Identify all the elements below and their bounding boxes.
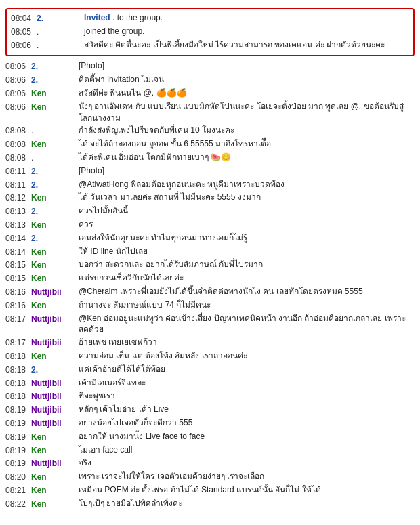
chat-row: 08:06 . สวัสดีค่ะ คิตตี้นะคะ เป็นพี่เลี้… [11,39,409,51]
sender: 2. [31,74,79,86]
message: หลักๆ เค้าไม่อ่าย เค้า Live [79,404,415,415]
message: ควร [79,219,415,230]
time: 08:13 [5,205,31,217]
chat-row: 08:19Kenอยากให้ นางมาน่ัง Live face to f… [5,431,415,443]
message: ได้ จะได้ถ้าลองก่อน ถูจอด ขั้น 6 55555 ม… [79,138,415,150]
sender: Ken [31,259,79,271]
sender: 2. [31,179,79,191]
message: คิตตี้พา invitation ไม่เจน [79,74,415,85]
time: 08:19 [5,431,31,443]
sender: Ken [31,272,79,285]
chat-row: 08:22Kenโปๆเป้ๆ ยายมือไปพิศลำเพ็งค่ะ [5,498,415,510]
sender: Nuttjibii [31,313,79,325]
message: แค่เค้าอ้ายดีได้ไต้ใต้ท้อย [79,364,415,375]
message: [Photo] [79,60,415,72]
chat-row: 08:112.[Photo] [5,165,415,177]
time: 08:15 [5,272,31,285]
time: 08:17 [5,337,31,349]
sender: Nuttjibii [31,337,79,349]
message: joined the group. [84,26,409,37]
sender: Nuttjibii [31,417,79,429]
time: 08:19 [5,417,31,429]
time: 08:11 [5,179,31,191]
time: 08:19 [5,457,31,469]
chat-container: 08:04 2. Invited . to the group. 08:05 .… [5,8,415,509]
time: 08:18 [5,350,31,362]
sender: Ken [31,246,79,258]
sender: Ken [31,138,79,150]
message: @Ken อ่อมอยู่นะแม่ทูว่า ค่อนข้างเสี่ยง ป… [79,313,415,336]
chat-row: 08:18Nuttjibiiเค้ามีเอเนอร์จีแทละ [5,377,415,390]
message: ถ้านางจะ สัมภาษณ์แบบ 74 ก็ไม่มีคนะ [79,299,415,311]
sender: Nuttjibii [31,286,79,298]
chat-row: 08:16Kenถ้านางจะ สัมภาษณ์แบบ 74 ก็ไม่มีค… [5,299,415,312]
chat-row: 08:19Nuttjibiiหลักๆ เค้าไม่อ่าย เค้า Liv… [5,404,415,416]
sender: 2. [31,232,79,245]
chat-row: 08:06Kenนั่งๆ อ่านอัพเดท กับ แบบเรียน แบ… [5,101,415,124]
message: ได้ วันเวลา มาเลยค่ะ สถานที่ ไม่มีนะคะ 5… [79,192,415,203]
sender: Nuttjibii [31,404,79,416]
sender: Ken [31,219,79,231]
chat-row: 08:20Kenเพราะ เราจะไม่ให้ใคร เจอตัวเอมด้… [5,471,415,483]
time: 08:22 [5,498,31,510]
message: นั่งๆ อ่านอัพเดท กับ แบบเรียน แบบมิกหัดโ… [79,101,415,124]
time: 08:14 [5,246,31,258]
chat-row: 08:15Kenบอกว่า สะดวกนละ อยากได้รับสัมภาษ… [5,259,415,271]
message: Invited . to the group. [84,12,409,24]
message: สวัสดีค่ะ คิตตี้นะคะ เป็นพี่เลี้ยงมือใหม… [84,39,409,51]
time: 08:17 [5,313,31,325]
time: 08:13 [5,219,31,231]
sender: . [37,39,84,51]
message: ได้ค่ะพี่เคน อิ่มอ่อน โตกมีฟักทายเบาๆ 🍉😊 [79,152,415,163]
chat-row: 08:13Kenควร [5,219,415,231]
sender: Ken [31,431,79,443]
sender: Nuttjibii [31,377,79,390]
message: เค้ามีเอเนอร์จีแทละ [79,377,415,389]
time: 08:19 [5,404,31,416]
time: 08:18 [5,377,31,390]
time: 08:15 [5,259,31,271]
time: 08:08 [5,152,31,164]
message: จริง [79,457,415,469]
sender: 2. [31,364,79,376]
time: 08:16 [5,299,31,312]
sender: 2. [31,60,79,72]
highlighted-section: 08:04 2. Invited . to the group. 08:05 .… [5,8,415,56]
chat-row: 08:06Kenสวัสดีค่ะ พี่นนนไน @. 🍊🍊🍊 [5,87,415,100]
message: เหมือน POEM อ่ะ ตั้งเพรอ ถ้าไม่ได้ Stand… [79,484,415,496]
chat-row: 08:05 . joined the group. [11,26,409,38]
sender: Ken [31,471,79,483]
chat-row: 08:04 2. Invited . to the group. [11,12,409,24]
chat-row: 08:18Nuttjibiiที่จะพูชเรา [5,390,415,402]
chat-row: 08:062.[Photo] [5,60,415,72]
sender: Nuttjibii [31,457,79,469]
sender: Ken [31,299,79,312]
sender: Nuttjibii [31,390,79,402]
chat-row: 08:18Kenความอ่อม เท็ม แต่ ต้องโห้ง ส้มหล… [5,350,415,362]
chat-row: 08:062.คิตตี้พา invitation ไม่เจน [5,74,415,86]
time: 08:20 [5,471,31,483]
time: 08:06 [5,101,31,113]
chat-rows-container: 08:062.[Photo]08:062.คิตตี้พา invitation… [5,60,415,509]
time: 08:06 [5,60,31,72]
sender: 2. [37,12,84,24]
chat-row: 08:112.@AtiwatHong พี่ลอมต้อยหูก่อนนะคะ … [5,179,415,191]
time: 08:18 [5,364,31,376]
sender: Ken [31,350,79,362]
time: 08:16 [5,286,31,298]
sender: Ken [31,87,79,100]
time: 08:19 [5,444,31,457]
sender: Ken [31,192,79,204]
message: แต่รบกวนเช็ควิกับนักได้เลยค่ะ [79,272,415,284]
time: 08:06 [5,74,31,86]
chat-row: 08:19Nuttjibiiอย่างน้อยไปเจอตัวก็จะดีกว่… [5,417,415,429]
chat-row: 08:08.กำลังส่งพี่ญูเพ่งไปรีบจดกับพี่เคน … [5,125,415,137]
message: เอมส่งให้นักคุยนะคะ ทำไมทุกคนมาทางเอมก็ไ… [79,232,415,244]
sender: . [31,152,79,164]
chat-row: 08:19Nuttjibiiจริง [5,457,415,469]
chat-row: 08:19Kenไม่เอา face call [5,444,415,457]
sender: Ken [31,444,79,457]
chat-row: 08:182.แค่เค้าอ้ายดีได้ไต้ใต้ท้อย [5,364,415,376]
message: เพราะ เราจะไม่ให้ใคร เจอตัวเอมด้วยง่ายๆ … [79,471,415,482]
chat-row: 08:21Kenเหมือน POEM อ่ะ ตั้งเพรอ ถ้าไม่ไ… [5,484,415,497]
